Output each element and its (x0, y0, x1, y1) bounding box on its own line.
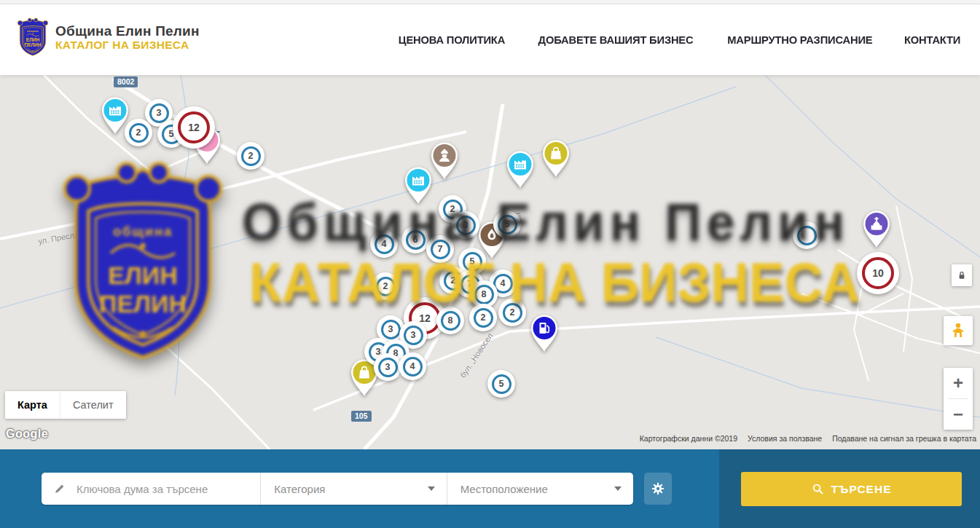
category-select[interactable]: Категория (260, 473, 446, 505)
map-cluster[interactable] (793, 221, 820, 249)
map-cluster[interactable]: 2 (125, 119, 152, 146)
search-icon (812, 483, 824, 495)
google-logo[interactable]: Google (6, 427, 48, 441)
map-cluster[interactable]: 3 (374, 353, 401, 381)
road-badge: 105 (351, 411, 372, 422)
logo-link[interactable]: Община Елин Пелин КАТАЛОГ НА БИЗНЕСА (16, 17, 200, 58)
map-cluster[interactable]: 3 (452, 211, 479, 239)
lock-button[interactable] (952, 264, 972, 286)
zoom-control: + − (944, 368, 973, 430)
search-button[interactable]: ТЪРСЕНЕ (741, 472, 962, 506)
location-select-value: Местоположение (460, 483, 614, 495)
church-pin[interactable] (860, 208, 893, 250)
gear-icon (651, 481, 665, 496)
search-button-label: ТЪРСЕНЕ (831, 483, 892, 496)
satellite-view-button[interactable]: Сателит (60, 391, 126, 419)
map-cluster[interactable]: 2 (237, 142, 264, 170)
map-cluster[interactable]: 4 (399, 352, 426, 380)
municipality-shield-icon (16, 17, 50, 58)
category-select-value: Категория (274, 483, 427, 495)
terms-link[interactable]: Условия за ползване (748, 434, 822, 443)
map-cluster[interactable]: 2 (498, 299, 526, 326)
pegman-icon (949, 322, 967, 339)
map-cluster[interactable]: 5 (487, 370, 515, 398)
nav-item-pricing[interactable]: ЦЕНОВА ПОЛИТИКА (399, 34, 505, 47)
map-cluster[interactable]: 5 (493, 210, 521, 238)
zoom-out-button[interactable]: − (944, 399, 973, 430)
pencil-icon (53, 482, 66, 495)
nav-item-timetable[interactable]: МАРШРУТНО РАЗПИСАНИЕ (727, 34, 872, 47)
attribution-copyright: Картографски данни ©2019 (640, 434, 737, 443)
street-view-pegman-button[interactable] (944, 316, 973, 345)
search-bar: Категория Местоположение (0, 449, 980, 528)
map-type-control: Карта Сателит (5, 391, 126, 419)
main-nav: ЦЕНОВА ПОЛИТИКА ДОБАВЕТЕ ВАШИЯТ БИЗНЕС М… (396, 4, 962, 75)
factory-pin[interactable] (503, 148, 537, 190)
report-error-link[interactable]: Подаване на сигнал за грешка в картата (832, 434, 976, 443)
nav-item-add-business[interactable]: ДОБАВЕТЕ ВАШИЯТ БИЗНЕС (538, 34, 694, 47)
bag-pin[interactable] (539, 137, 573, 179)
map-cluster[interactable]: 2 (372, 272, 399, 300)
factory-pin[interactable] (401, 164, 435, 206)
nav-item-contacts[interactable]: КОНТАКТИ (904, 34, 960, 47)
map-view-button[interactable]: Карта (5, 391, 60, 419)
map-cluster[interactable]: 12 (173, 106, 215, 149)
map-cluster[interactable]: 10 (857, 252, 899, 294)
road-badge: 8002 (114, 76, 138, 87)
search-input-group: Категория Местоположение (42, 473, 633, 505)
keyword-section (42, 473, 260, 505)
page-subtitle: КАТАЛОГ НА БИЗНЕСА (55, 39, 200, 51)
chevron-down-icon (614, 486, 622, 491)
map-cluster[interactable]: 8 (436, 307, 464, 334)
chevron-down-icon (428, 486, 435, 491)
lock-icon (956, 269, 968, 281)
location-select[interactable]: Местоположение (447, 473, 633, 505)
advanced-settings-button[interactable] (644, 473, 672, 505)
map-cluster[interactable]: 2 (469, 304, 497, 331)
map-cluster[interactable]: 7 (426, 235, 454, 263)
map-canvas[interactable]: Община Елин Пелин КАТАЛОГ НА БИЗНЕСА Кар… (0, 75, 980, 449)
map-attribution: Картографски данни ©2019 Условия за полз… (640, 434, 976, 443)
header: Община Елин Пелин КАТАЛОГ НА БИЗНЕСА ЦЕН… (0, 4, 980, 75)
keyword-input[interactable] (75, 482, 246, 496)
zoom-in-button[interactable]: + (944, 368, 973, 398)
page-title: Община Елин Пелин (55, 23, 200, 39)
fuel-pin[interactable] (528, 312, 561, 354)
map-cluster[interactable]: 6 (401, 226, 429, 253)
map-cluster[interactable]: 4 (370, 230, 398, 258)
